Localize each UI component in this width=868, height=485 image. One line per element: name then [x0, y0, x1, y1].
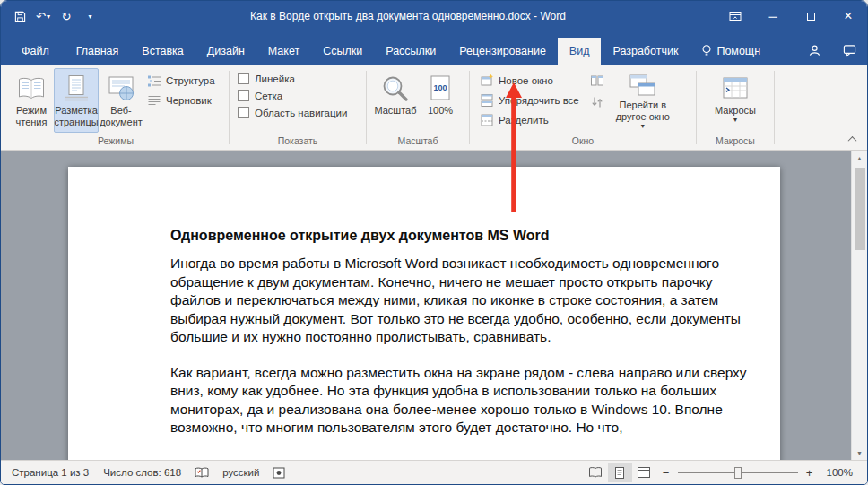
language-indicator[interactable]: русский [215, 467, 266, 478]
ruler-checkbox[interactable] [238, 73, 249, 84]
tab-mailings[interactable]: Рассылки [374, 38, 447, 65]
collapse-ribbon-icon [847, 136, 856, 145]
redo-button[interactable]: ↻ [56, 5, 76, 27]
proofing-book-icon [195, 467, 209, 479]
web-layout-shortcut-icon [637, 466, 651, 479]
draft-label: Черновик [166, 94, 212, 108]
undo-button[interactable]: ↶▾ [33, 5, 53, 27]
ribbon-display-options-button[interactable] [716, 1, 754, 31]
word-count[interactable]: Число слов: 618 [96, 467, 188, 478]
side-by-side-icon [590, 74, 604, 88]
new-window-button[interactable]: Новое окно [476, 73, 583, 89]
macro-record-icon [273, 467, 285, 479]
new-window-label: Новое окно [499, 74, 553, 88]
group-label-show: Показать [232, 134, 363, 150]
tab-home[interactable]: Главная [65, 38, 131, 65]
zoom-in-button[interactable]: + [800, 466, 820, 480]
group-label-modes: Режимы [5, 134, 226, 150]
split-icon [480, 113, 494, 127]
ruler-checkbox-row[interactable]: Линейка [236, 70, 360, 87]
zoom-100-button[interactable]: 100 100% [418, 68, 463, 133]
proofing-status-button[interactable] [188, 467, 215, 479]
synchronous-scrolling-button[interactable] [586, 93, 608, 111]
redo-icon: ↻ [62, 10, 72, 23]
scroll-up-icon: ▲ [856, 155, 863, 161]
zoom-slider-thumb[interactable] [734, 467, 742, 479]
tab-tell-me[interactable]: Помощн [690, 37, 772, 65]
split-button[interactable]: Разделить [476, 112, 583, 128]
ribbon-group-macros: Макросы ▾ Макросы [698, 65, 773, 150]
ribbon-group-divider [469, 71, 470, 144]
tab-insert[interactable]: Вставка [130, 38, 195, 65]
ruler-label: Линейка [255, 74, 295, 84]
tab-file[interactable]: Файл [6, 38, 65, 65]
close-button[interactable]: × [829, 1, 867, 31]
ribbon-group-modes: Режим чтения Разметка страницы Веб-докум… [4, 65, 228, 150]
maximize-button[interactable] [792, 1, 829, 31]
scroll-up-button[interactable]: ▲ [852, 151, 867, 165]
switch-windows-button[interactable]: Перейти в другое окно ▾ [612, 68, 674, 133]
print-layout-button[interactable]: Разметка страницы [54, 68, 99, 133]
doc-paragraph-1: Иногда во время работы в Microsoft Word … [170, 255, 759, 347]
web-layout-label: Веб-документ [100, 105, 143, 128]
undo-icon: ↶ [36, 10, 46, 23]
document-page[interactable]: Одновременное открытие двух документов M… [68, 167, 780, 460]
gridlines-checkbox[interactable] [238, 90, 249, 101]
zoom-slider[interactable] [676, 464, 800, 481]
qat-customize-button[interactable]: ▾ [80, 5, 100, 27]
account-button[interactable] [797, 44, 832, 65]
vertical-scrollbar[interactable]: ▲ ▼ [851, 151, 867, 460]
save-button[interactable] [10, 5, 30, 27]
outline-icon [147, 74, 161, 88]
zoom-out-button[interactable]: − [656, 466, 676, 480]
minimize-button[interactable]: ─ [754, 1, 792, 31]
zoom-icon [380, 73, 411, 105]
title-bar: ↶▾ ↻ ▾ Как в Ворде открыть два документа… [1, 1, 867, 31]
page-indicator[interactable]: Страница 1 из 3 [4, 467, 96, 478]
web-layout-shortcut-button[interactable] [632, 463, 656, 482]
feedback-button[interactable] [832, 44, 867, 65]
zoom-button[interactable]: Масштаб [373, 68, 418, 133]
zoom-button-label: Масштаб [374, 105, 416, 117]
gridlines-checkbox-row[interactable]: Сетка [236, 87, 360, 104]
tab-layout[interactable]: Макет [256, 38, 311, 65]
window-title: Как в Ворде открыть два документа одновр… [100, 10, 716, 22]
collapse-ribbon-button[interactable] [844, 134, 860, 145]
text-cursor [169, 226, 169, 242]
scrollbar-thumb[interactable] [855, 168, 865, 250]
tab-design[interactable]: Дизайн [195, 38, 256, 65]
macros-button[interactable]: Макросы ▾ [709, 68, 761, 133]
macro-recording-button[interactable] [266, 467, 291, 479]
navigation-pane-checkbox-row[interactable]: Область навигации [236, 104, 360, 121]
web-layout-icon [107, 73, 135, 105]
zoom-level[interactable]: 100% [820, 467, 864, 478]
ribbon-group-divider [696, 71, 697, 144]
print-layout-label: Разметка страницы [54, 105, 98, 128]
qat-customize-icon: ▾ [88, 13, 91, 21]
arrange-all-button[interactable]: Упорядочить все [476, 92, 583, 108]
scroll-down-button[interactable]: ▼ [852, 446, 867, 460]
read-mode-label: Режим чтения [11, 105, 52, 128]
tab-review[interactable]: Рецензирование [447, 38, 558, 65]
maximize-icon [807, 13, 815, 21]
view-side-by-side-button[interactable] [586, 72, 608, 90]
tab-view[interactable]: Вид [558, 38, 602, 65]
sync-scrolling-icon [590, 95, 604, 109]
read-mode-shortcut-button[interactable] [584, 463, 608, 482]
tab-developer[interactable]: Разработчик [601, 38, 690, 65]
outline-view-button[interactable]: Структура [143, 73, 219, 89]
ribbon-tab-bar: Файл Главная Вставка Дизайн Макет Ссылки… [1, 31, 867, 65]
outline-label: Структура [166, 74, 215, 88]
print-layout-shortcut-button[interactable] [608, 463, 632, 482]
group-label-macros: Макросы [699, 134, 771, 150]
status-bar: Страница 1 из 3 Число слов: 618 русский … [1, 460, 867, 484]
navigation-pane-label: Область навигации [255, 108, 347, 118]
navigation-pane-checkbox[interactable] [238, 107, 249, 118]
read-mode-button[interactable]: Режим чтения [9, 68, 54, 133]
document-area[interactable]: Одновременное открытие двух документов M… [1, 151, 867, 460]
save-icon [14, 11, 26, 22]
web-layout-button[interactable]: Веб-документ [99, 68, 143, 133]
new-window-icon [480, 74, 494, 88]
tab-references[interactable]: Ссылки [311, 38, 374, 65]
draft-view-button[interactable]: Черновик [143, 92, 219, 108]
